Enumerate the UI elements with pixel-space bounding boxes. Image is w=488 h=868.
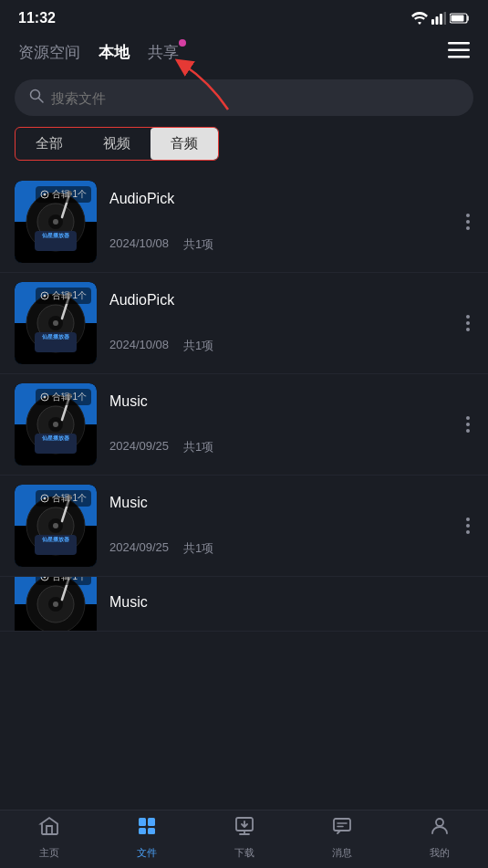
nav-shared[interactable]: 共享: [148, 42, 179, 63]
file-thumbnail: 仙星播放器 合辑·1个: [15, 383, 97, 465]
svg-rect-72: [139, 828, 146, 834]
nav-mine-label: 我的: [430, 846, 450, 860]
svg-line-11: [39, 99, 44, 103]
album-badge: 合辑·1个: [36, 389, 91, 405]
message-icon: [331, 815, 353, 842]
nav-mine[interactable]: 我的: [390, 815, 488, 860]
file-thumbnail: 合辑·1个: [15, 577, 97, 632]
filter-tabs: 全部 视频 音频: [15, 127, 219, 161]
svg-point-65: [53, 601, 58, 607]
list-item[interactable]: 仙星播放器 合辑·1个 AudioPick 2024/10/08 共1项: [0, 172, 488, 273]
filter-tab-audio[interactable]: 音频: [151, 128, 218, 160]
file-name: AudioPick: [109, 191, 462, 207]
file-meta: 2024/09/25 共1项: [109, 540, 462, 557]
svg-text:仙星播放器: 仙星播放器: [41, 232, 70, 238]
album-badge: 合辑·1个: [36, 577, 91, 585]
svg-rect-2: [440, 14, 442, 25]
bottom-nav: 主页 文件 下载: [0, 810, 488, 868]
svg-point-47: [43, 396, 46, 399]
list-item[interactable]: 仙星播放器 合辑·1个 Music 2024/09/25 共1项: [0, 476, 488, 577]
home-icon: [38, 815, 60, 842]
nav-download[interactable]: 下载: [195, 815, 293, 860]
file-meta: 2024/10/08 共1项: [109, 338, 462, 354]
nav-cloud[interactable]: 资源空间: [18, 42, 80, 63]
svg-text:仙星播放器: 仙星播放器: [41, 333, 70, 340]
nav-home[interactable]: 主页: [0, 815, 98, 860]
download-icon: [234, 815, 255, 842]
more-menu-button[interactable]: [462, 311, 473, 335]
menu-icon[interactable]: [448, 42, 470, 63]
nav-local[interactable]: 本地: [99, 42, 130, 63]
svg-point-41: [53, 422, 58, 427]
nav-message-label: 消息: [332, 846, 352, 860]
list-item[interactable]: 合辑·1个 Music: [0, 577, 488, 632]
more-menu-button[interactable]: [462, 413, 473, 436]
list-item[interactable]: 仙星播放器 合辑·1个 AudioPick 2024/10/08 共1项: [0, 273, 488, 374]
nav-download-label: 下载: [234, 846, 254, 860]
search-bar[interactable]: [15, 79, 473, 116]
file-name: Music: [109, 393, 462, 410]
file-date: 2024/09/25: [109, 540, 169, 557]
file-meta: 2024/09/25 共1项: [109, 439, 462, 455]
album-badge: 合辑·1个: [36, 288, 91, 304]
nav-message[interactable]: 消息: [293, 815, 390, 860]
svg-rect-5: [452, 16, 464, 22]
file-count: 共1项: [183, 540, 213, 557]
svg-rect-7: [448, 49, 470, 52]
status-time: 11:32: [18, 10, 56, 26]
svg-rect-71: [148, 818, 155, 826]
svg-rect-3: [444, 12, 447, 25]
svg-point-23: [43, 193, 46, 196]
file-info: AudioPick 2024/10/08 共1项: [109, 292, 462, 354]
file-name: Music: [109, 594, 473, 611]
file-info: Music: [109, 594, 473, 614]
svg-rect-8: [448, 56, 470, 58]
filter-tab-all[interactable]: 全部: [16, 128, 83, 160]
svg-point-59: [43, 497, 46, 500]
file-thumbnail: 仙星播放器 合辑·1个: [15, 282, 97, 364]
nav-files-label: 文件: [137, 846, 157, 860]
file-info: AudioPick 2024/10/08 共1项: [109, 191, 462, 253]
shared-dot: [179, 39, 186, 47]
svg-point-76: [436, 819, 443, 826]
nav-files[interactable]: 文件: [98, 815, 195, 860]
filter-tab-video[interactable]: 视频: [83, 128, 151, 160]
file-thumbnail: 仙星播放器 合辑·1个: [15, 485, 97, 567]
svg-rect-1: [436, 16, 439, 25]
more-menu-button[interactable]: [462, 210, 473, 234]
file-count: 共1项: [183, 338, 213, 354]
file-date: 2024/10/08: [109, 338, 169, 354]
svg-rect-70: [139, 818, 146, 826]
search-icon: [29, 89, 44, 107]
search-input[interactable]: [51, 90, 459, 106]
svg-point-35: [43, 295, 46, 298]
file-thumbnail: 仙星播放器 合辑·1个: [15, 181, 97, 263]
album-badge: 合辑·1个: [36, 490, 91, 507]
list-item[interactable]: 仙星播放器 合辑·1个 Music 2024/09/25 共1项: [0, 374, 488, 476]
file-count: 共1项: [183, 439, 213, 455]
file-date: 2024/09/25: [109, 439, 169, 455]
more-menu-button[interactable]: [462, 514, 473, 538]
svg-rect-0: [431, 19, 434, 25]
status-icons: [411, 12, 470, 25]
file-name: Music: [109, 495, 462, 511]
status-bar: 11:32: [0, 0, 488, 33]
svg-rect-73: [148, 828, 155, 834]
svg-rect-75: [334, 819, 350, 831]
file-info: Music 2024/09/25 共1项: [109, 393, 462, 455]
files-icon: [136, 815, 158, 842]
signal-icon: [431, 12, 446, 25]
battery-icon: [450, 13, 470, 24]
file-name: AudioPick: [109, 292, 462, 309]
svg-point-17: [53, 219, 58, 225]
svg-text:仙星播放器: 仙星播放器: [41, 434, 70, 441]
user-icon: [429, 815, 451, 842]
nav-home-label: 主页: [39, 846, 59, 860]
svg-point-53: [53, 523, 58, 528]
file-date: 2024/10/08: [109, 236, 169, 253]
svg-text:仙星播放器: 仙星播放器: [41, 536, 70, 542]
wifi-icon: [411, 12, 428, 25]
file-list: 仙星播放器 合辑·1个 AudioPick 2024/10/08 共1项: [0, 172, 488, 795]
album-badge: 合辑·1个: [36, 186, 91, 203]
header-nav: 资源空间 本地 共享: [0, 33, 488, 72]
